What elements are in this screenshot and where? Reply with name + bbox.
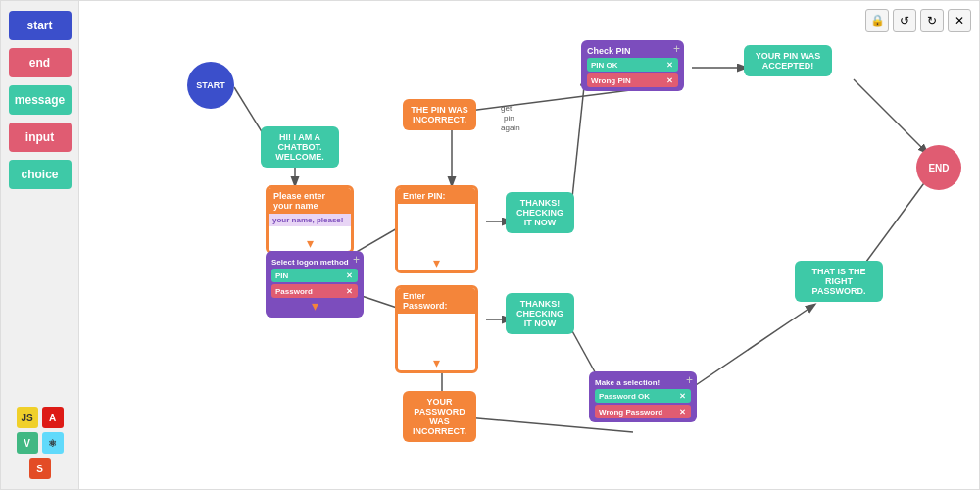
tech-icons: JS A V ⚛ S bbox=[9, 407, 71, 479]
name-input-header: Please enter your name bbox=[269, 188, 351, 214]
pin-option-remove[interactable]: ✕ bbox=[344, 270, 354, 280]
end-button[interactable]: end bbox=[9, 48, 72, 77]
start-button[interactable]: start bbox=[9, 11, 72, 40]
password-option[interactable]: Password ✕ bbox=[271, 284, 358, 298]
angular-icon: A bbox=[42, 407, 64, 428]
message-button[interactable]: message bbox=[9, 85, 72, 115]
input-button[interactable]: input bbox=[9, 122, 72, 152]
enter-pin-connector: ▾ bbox=[398, 255, 475, 270]
svelte-icon: S bbox=[29, 458, 51, 479]
password-incorrect-node[interactable]: YOUR PASSWORD WAS INCORRECT. bbox=[403, 391, 476, 442]
svg-line-14 bbox=[863, 172, 932, 266]
redo-button[interactable]: ↻ bbox=[920, 9, 944, 32]
password-ok-remove[interactable]: ✕ bbox=[677, 391, 687, 401]
enter-password-body bbox=[398, 314, 475, 355]
pin-ok-remove[interactable]: ✕ bbox=[664, 60, 674, 70]
thanks-password-node[interactable]: THANKS! CHECKING IT NOW bbox=[506, 293, 574, 334]
close-button[interactable]: ✕ bbox=[948, 9, 971, 32]
enter-password-connector: ▾ bbox=[398, 355, 475, 370]
make-selection-node[interactable]: Make a selection! + Password OK ✕ Wrong … bbox=[589, 371, 697, 422]
wrong-password-option[interactable]: Wrong Password ✕ bbox=[595, 405, 691, 418]
react-icon: ⚛ bbox=[42, 432, 64, 454]
svg-line-7 bbox=[571, 77, 585, 207]
enter-pin-header: Enter PIN: bbox=[398, 188, 475, 204]
enter-pin-body bbox=[398, 204, 475, 255]
right-password-node[interactable]: THAT IS THE RIGHT PASSWORD. bbox=[795, 261, 883, 302]
logon-choice-node[interactable]: Select logon method + PIN ✕ Password ✕ ▾ bbox=[266, 251, 364, 318]
toolbar: 🔒 ↺ ↻ ✕ bbox=[865, 9, 971, 32]
pin-incorrect-node[interactable]: THE PIN WAS INCORRECT. bbox=[403, 99, 476, 130]
name-input-connector: ▾ bbox=[269, 235, 351, 251]
check-pin-title: Check PIN bbox=[587, 46, 631, 56]
check-pin-plus[interactable]: + bbox=[673, 42, 680, 56]
wrong-password-remove[interactable]: ✕ bbox=[677, 407, 687, 416]
sidebar: start end message input choice JS A V ⚛ … bbox=[1, 1, 79, 489]
selection-plus[interactable]: + bbox=[686, 373, 693, 387]
pin-accepted-node[interactable]: YOUR PIN WAS ACCEPTED! bbox=[744, 45, 832, 76]
svg-text:again: again bbox=[501, 123, 520, 132]
flow-canvas[interactable]: 🔒 ↺ ↻ ✕ bbox=[79, 1, 979, 489]
enter-password-header: Enter Password: bbox=[398, 288, 475, 314]
end-node[interactable]: END bbox=[916, 145, 961, 190]
svg-text:get: get bbox=[501, 104, 513, 113]
start-node[interactable]: START bbox=[187, 62, 234, 109]
js-icon: JS bbox=[17, 407, 38, 428]
name-input-placeholder: your name, please! bbox=[269, 214, 351, 226]
enter-password-node[interactable]: Enter Password: ▾ bbox=[395, 285, 478, 373]
lock-button[interactable]: 🔒 bbox=[865, 9, 889, 32]
undo-button[interactable]: ↺ bbox=[893, 9, 916, 32]
pin-ok-option[interactable]: PIN OK ✕ bbox=[587, 58, 678, 72]
name-input-node[interactable]: Please enter your name your name, please… bbox=[266, 185, 354, 254]
enter-pin-node[interactable]: Enter PIN: ▾ bbox=[395, 185, 478, 273]
svg-text:pin: pin bbox=[504, 114, 514, 122]
name-input-body bbox=[269, 226, 351, 235]
logon-choice-title: Select logon method bbox=[271, 258, 349, 267]
wrong-pin-option[interactable]: Wrong PIN ✕ bbox=[587, 74, 678, 87]
thanks-pin-node[interactable]: THANKS! CHECKING IT NOW bbox=[506, 192, 574, 233]
pin-option[interactable]: PIN ✕ bbox=[271, 269, 358, 282]
password-option-remove[interactable]: ✕ bbox=[344, 286, 354, 296]
vue-icon: V bbox=[17, 432, 38, 454]
welcome-message-node[interactable]: HI! I AM A CHATBOT. WELCOME. bbox=[261, 126, 339, 168]
app-container: start end message input choice JS A V ⚛ … bbox=[0, 0, 980, 490]
make-selection-title: Make a selection! bbox=[595, 378, 660, 387]
check-pin-node[interactable]: Check PIN + PIN OK ✕ Wrong PIN ✕ bbox=[581, 40, 684, 91]
wrong-pin-remove[interactable]: ✕ bbox=[664, 75, 674, 85]
logon-plus-icon[interactable]: + bbox=[353, 253, 360, 267]
logon-connector: ▾ bbox=[271, 298, 358, 314]
choice-button[interactable]: choice bbox=[9, 160, 72, 189]
password-ok-option[interactable]: Password OK ✕ bbox=[595, 389, 691, 403]
svg-line-12 bbox=[854, 79, 927, 153]
